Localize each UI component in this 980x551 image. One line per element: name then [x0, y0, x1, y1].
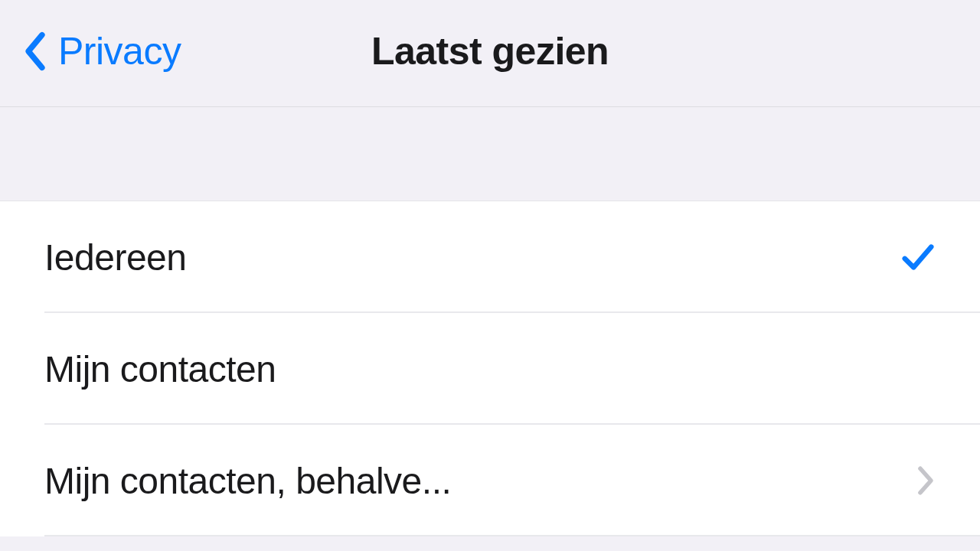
- option-label: Mijn contacten, behalve...: [44, 460, 451, 502]
- option-everyone[interactable]: Iedereen: [0, 201, 980, 313]
- page-title: Laatst gezien: [371, 29, 609, 73]
- back-button-label: Privacy: [58, 29, 181, 73]
- chevron-left-icon: [23, 31, 47, 72]
- section-spacer: [0, 107, 980, 201]
- option-label: Iedereen: [44, 236, 187, 279]
- option-label: Mijn contacten: [44, 348, 276, 390]
- checkmark-icon: [900, 240, 936, 275]
- back-button[interactable]: Privacy: [0, 29, 181, 73]
- navigation-bar: Privacy Laatst gezien: [0, 0, 980, 107]
- option-my-contacts[interactable]: Mijn contacten: [0, 313, 980, 425]
- chevron-right-icon: [916, 465, 936, 497]
- option-list: Iedereen Mijn contacten Mijn contacten, …: [0, 201, 980, 536]
- option-my-contacts-except[interactable]: Mijn contacten, behalve...: [0, 425, 980, 536]
